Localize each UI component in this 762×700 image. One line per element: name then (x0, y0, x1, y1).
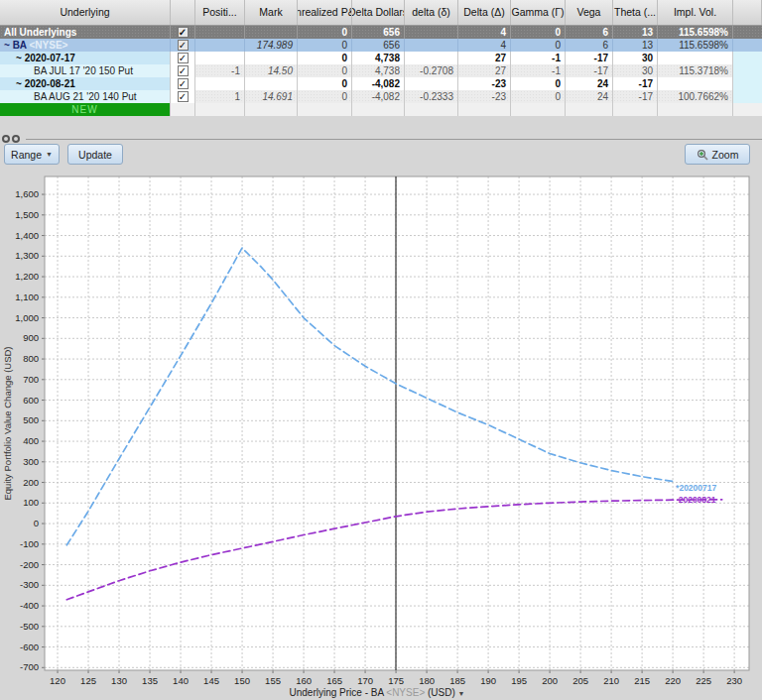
chevron-down-icon: ▼ (46, 151, 53, 158)
table-row-aug-140-put[interactable]: BA AUG 21 '20 140 Put ✓ 1 14.691 0 -4,08… (0, 90, 762, 103)
y-tick-label: 700 (23, 374, 39, 385)
row-checkbox[interactable]: ✓ (178, 40, 189, 51)
delta-dollars-value: 4,738 (352, 64, 405, 77)
delta-lower-value: -0.2333 (405, 90, 458, 103)
expand-toggle[interactable]: ~ (4, 40, 10, 51)
theta-value: 30 (613, 52, 658, 64)
col-header-checkbox[interactable] (171, 0, 195, 25)
x-tick-label: 125 (80, 675, 96, 686)
impl-vol-value: 100.7662% (658, 90, 733, 103)
col-header-delta-dollars[interactable]: Delta Dollars (352, 0, 405, 25)
col-header-mark[interactable]: Mark (245, 0, 298, 25)
x-axis-title[interactable]: Underlying Price - BA <NYSE> (USD) ▼ (289, 687, 464, 698)
x-tick-label: 135 (142, 675, 158, 686)
y-tick-label: -100 (20, 538, 39, 549)
collapse-down-icon[interactable] (12, 135, 20, 143)
table-header-row: Underlying Positi... Mark Unrealized P&L… (0, 0, 762, 26)
row-label: BA JUL 17 '20 150 Put (0, 64, 171, 77)
row-checkbox[interactable]: ✓ (178, 53, 189, 63)
x-tick-label: 230 (726, 675, 742, 686)
y-axis-title: Equity Portfolio Value Change (USD) (2, 346, 13, 500)
x-tick-label: 130 (111, 675, 127, 686)
y-tick-label: 1,500 (15, 209, 39, 220)
col-header-position[interactable]: Positi... (195, 0, 245, 25)
pnl-chart[interactable]: 1201251301351401451501551601651701751801… (0, 171, 762, 700)
table-row-ba[interactable]: ~ BA <NYSE> ✓ 174.989 0 656 4 0 6 13 115… (0, 39, 762, 52)
y-tick-label: -400 (20, 600, 39, 611)
vega-value: 24 (566, 90, 613, 103)
col-header-vega[interactable]: Vega (566, 0, 613, 25)
x-tick-label: 195 (511, 675, 527, 686)
new-row-button[interactable]: NEW (0, 103, 171, 116)
zoom-magnifier-icon (697, 149, 708, 161)
pane-splitter[interactable] (0, 134, 762, 144)
delta-value: 27 (458, 64, 511, 77)
expand-toggle[interactable]: ~ (16, 78, 22, 89)
mark-value: 174.989 (245, 39, 298, 52)
table-row-expiry-20200717[interactable]: ~ 2020-07-17 ✓ 0 4,738 27 -1 -17 30 (0, 52, 762, 64)
vega-value: 6 (566, 39, 613, 52)
x-tick-label: 140 (173, 675, 189, 686)
row-checkbox[interactable]: ✓ (178, 65, 189, 76)
delta-value: -23 (458, 90, 511, 103)
x-tick-label: 180 (419, 675, 435, 686)
unrealized-pl-value: 0 (298, 77, 352, 90)
y-tick-label: 1,400 (15, 230, 39, 241)
row-label: BA AUG 21 '20 140 Put (0, 90, 171, 103)
delta-value: 4 (458, 39, 511, 52)
delta-lower-value: -0.2708 (405, 64, 458, 77)
x-tick-label: 200 (542, 675, 558, 686)
x-tick-label: 160 (296, 675, 312, 686)
vega-value: 24 (566, 77, 613, 90)
table-row-all-underlyings[interactable]: All Underlyings ✓ 0 656 4 0 6 13 115.659… (0, 26, 762, 39)
exchange-label: <NYSE> (29, 40, 67, 51)
update-button[interactable]: Update (67, 144, 123, 165)
y-tick-label: 100 (23, 497, 39, 508)
x-tick-label: 145 (203, 675, 219, 686)
x-tick-label: 175 (388, 675, 404, 686)
vega-value: 6 (566, 26, 613, 39)
unrealized-pl-value: 0 (298, 64, 352, 77)
row-checkbox[interactable]: ✓ (178, 78, 189, 89)
row-label: ~ 2020-08-21 (0, 77, 171, 90)
col-header-underlying[interactable]: Underlying (0, 0, 171, 25)
x-tick-label: 220 (665, 675, 681, 686)
col-header-theta[interactable]: Theta (... (613, 0, 658, 25)
table-row-jul-150-put[interactable]: BA JUL 17 '20 150 Put ✓ -1 14.50 0 4,738… (0, 64, 762, 77)
gamma-value: 0 (511, 77, 566, 90)
expand-toggle[interactable]: ~ (16, 53, 22, 63)
y-tick-label: 1,300 (15, 250, 39, 261)
impl-vol-value: 115.3718% (658, 64, 733, 77)
vega-value: -17 (566, 64, 613, 77)
x-tick-label: 190 (480, 675, 496, 686)
col-header-delta-upper[interactable]: Delta (Δ) (458, 0, 511, 25)
pnl-chart-canvas[interactable]: 1201251301351401451501551601651701751801… (0, 171, 762, 700)
row-checkbox[interactable]: ✓ (178, 91, 189, 102)
col-header-impl-vol[interactable]: Impl. Vol. (658, 0, 733, 25)
table-row-expiry-20200821[interactable]: ~ 2020-08-21 ✓ 0 -4,082 -23 0 24 -17 (0, 77, 762, 90)
collapse-up-icon[interactable] (2, 135, 10, 143)
y-tick-label: -500 (20, 621, 39, 632)
delta-value: -23 (458, 77, 511, 90)
table-row-new[interactable]: NEW (0, 103, 762, 116)
unrealized-pl-value: 0 (298, 39, 352, 52)
x-tick-label: 185 (449, 675, 465, 686)
y-tick-label: 1,200 (15, 271, 39, 282)
delta-value: 4 (458, 26, 511, 39)
delta-dollars-value: 4,738 (352, 52, 405, 64)
x-tick-label: 205 (572, 675, 588, 686)
y-tick-label: 200 (23, 477, 39, 488)
row-checkbox[interactable]: ✓ (178, 27, 189, 38)
col-header-delta-lower[interactable]: delta (δ) (405, 0, 458, 25)
position-value: 1 (195, 90, 245, 103)
impl-vol-value: 115.6598% (658, 26, 733, 39)
theta-value: 30 (613, 64, 658, 77)
row-label: All Underlyings (0, 26, 171, 39)
splitter-line (26, 139, 762, 140)
range-button[interactable]: Range ▼ (4, 144, 60, 165)
y-tick-label: -600 (20, 642, 39, 652)
col-header-gamma[interactable]: Gamma (Γ) (511, 0, 566, 25)
delta-dollars-value: 656 (352, 26, 405, 39)
zoom-button[interactable]: Zoom (685, 144, 750, 165)
col-header-unrealized-pl[interactable]: Unrealized P&L (298, 0, 352, 25)
